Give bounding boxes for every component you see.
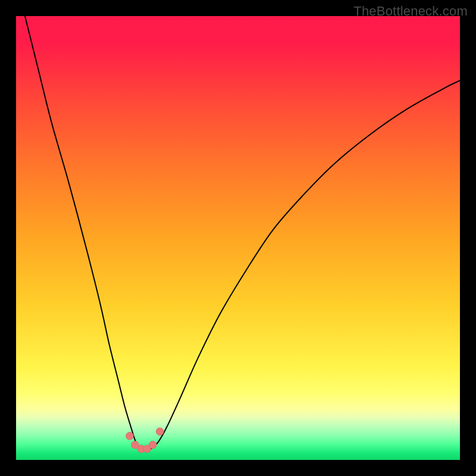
bottleneck-chart xyxy=(16,16,460,460)
trough-marker xyxy=(156,428,164,436)
bottleneck-curve xyxy=(25,16,460,450)
chart-frame xyxy=(16,16,460,460)
trough-markers xyxy=(126,428,164,453)
trough-marker xyxy=(149,441,156,449)
trough-marker xyxy=(126,432,134,440)
